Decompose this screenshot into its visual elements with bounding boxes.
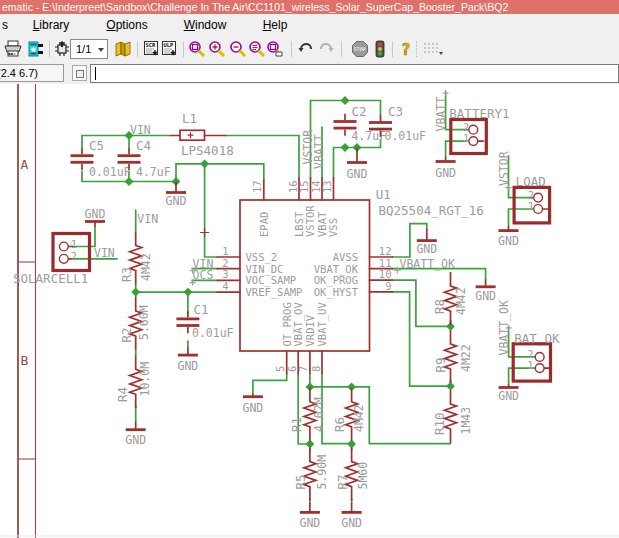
gnd-label: GND bbox=[300, 516, 321, 530]
junction-dot[interactable] bbox=[341, 96, 350, 105]
resistor-R1[interactable]: R14.02M bbox=[289, 388, 326, 441]
pin-number: 10 bbox=[379, 268, 392, 280]
grid-icon[interactable] bbox=[422, 40, 444, 58]
connector-pin[interactable] bbox=[535, 353, 544, 362]
junction-dot[interactable] bbox=[131, 288, 140, 297]
command-input[interactable] bbox=[90, 64, 619, 83]
pin-number: 1 bbox=[528, 200, 534, 212]
menu-item-help[interactable]: Help bbox=[255, 14, 295, 36]
coordinate-value: (2.4 6.7) bbox=[0, 67, 38, 79]
gnd-symbol[interactable]: GND bbox=[416, 229, 437, 256]
open-board-icon[interactable] bbox=[53, 40, 71, 58]
gnd-label: GND bbox=[435, 166, 456, 180]
zoom-redraw-icon[interactable] bbox=[248, 40, 266, 58]
toolbar-separator bbox=[392, 41, 393, 57]
zoom-fit-icon[interactable] bbox=[188, 40, 206, 58]
undo-icon[interactable] bbox=[297, 40, 315, 58]
gnd-symbol[interactable]: GND bbox=[475, 279, 496, 302]
ic-U1[interactable]: 1VSS_22VIN_DC3VOC_SAMP4VREF_SAMP12AVSS11… bbox=[222, 180, 484, 372]
capacitor-C1[interactable]: C10.01uF bbox=[176, 302, 233, 340]
gnd-symbol[interactable]: GND bbox=[166, 182, 187, 209]
resistor-R2[interactable]: R25.60M bbox=[119, 297, 152, 350]
gnd-symbol[interactable]: GND bbox=[178, 348, 199, 374]
schematic-canvas[interactable]: ABC50.01uFC44.7uFC24.7uFC30.01uFC10.01uF… bbox=[0, 84, 619, 538]
toolbar-separator bbox=[49, 41, 50, 57]
gnd-symbol[interactable]: GND bbox=[347, 148, 368, 181]
capacitor-C5[interactable]: C50.01uF bbox=[71, 138, 131, 179]
svg-text:ULP: ULP bbox=[164, 42, 175, 48]
part-value: 4M42 bbox=[352, 404, 366, 432]
pin-number: 9 bbox=[385, 280, 391, 292]
gnd-symbol[interactable]: GND bbox=[125, 422, 146, 448]
stop-icon[interactable]: STOP bbox=[351, 40, 369, 58]
part-value: 4.02M bbox=[312, 397, 326, 432]
gnd-symbol[interactable]: GND bbox=[243, 394, 264, 415]
resistor-R5[interactable]: R55.90M bbox=[293, 448, 329, 501]
gnd-symbol[interactable]: GND bbox=[435, 157, 456, 180]
zoom-in-icon[interactable] bbox=[208, 40, 226, 58]
connector-pin[interactable] bbox=[535, 364, 544, 373]
connector-pin[interactable] bbox=[469, 125, 478, 134]
window-titlebar[interactable]: ematic - E:\Inderpreet\Sandbox\Challenge… bbox=[0, 0, 619, 14]
gnd-label: GND bbox=[498, 234, 519, 248]
zoom-select-icon[interactable] bbox=[266, 40, 284, 58]
resistor-R6[interactable]: R64M42 bbox=[332, 388, 367, 441]
junction-dot[interactable] bbox=[341, 143, 350, 152]
erc-icon[interactable] bbox=[371, 40, 389, 58]
connector-pin[interactable] bbox=[59, 242, 68, 251]
sheet-selector[interactable]: 1/1 bbox=[70, 39, 108, 59]
net-wire[interactable] bbox=[226, 136, 300, 179]
net-wire[interactable] bbox=[205, 164, 218, 257]
part-value: 5M60 bbox=[356, 462, 370, 490]
net-wire[interactable] bbox=[253, 374, 287, 394]
print-icon[interactable] bbox=[4, 40, 22, 58]
gnd-symbol[interactable]: GND bbox=[498, 226, 519, 248]
connector-pin[interactable] bbox=[469, 137, 478, 146]
junction-dot[interactable] bbox=[446, 382, 455, 391]
resistor-R8[interactable]: R84M42 bbox=[432, 272, 468, 325]
schematic-drawing[interactable]: ABC50.01uFC44.7uFC24.7uFC30.01uFC10.01uF… bbox=[0, 84, 619, 538]
junction-dot[interactable] bbox=[184, 288, 193, 297]
use-library-icon[interactable] bbox=[114, 40, 132, 58]
net-label: VBATT_OK bbox=[400, 257, 455, 271]
connector-pin[interactable] bbox=[534, 193, 543, 202]
dropdown-arrow-icon bbox=[98, 48, 104, 52]
menu-item-options[interactable]: Options bbox=[97, 14, 157, 36]
frame-row-letter: B bbox=[21, 353, 29, 368]
redo-icon[interactable] bbox=[317, 40, 335, 58]
part-value: 4M22 bbox=[459, 344, 473, 372]
help-icon[interactable]: ? bbox=[397, 40, 415, 58]
resistor-R10[interactable]: R101M43 bbox=[432, 390, 473, 443]
resistor-R7[interactable]: R75M60 bbox=[335, 448, 370, 501]
run-script-icon[interactable]: SCR bbox=[143, 40, 161, 58]
cam-processor-icon[interactable] bbox=[27, 40, 45, 58]
svg-text:SCR: SCR bbox=[146, 42, 157, 48]
gnd-symbol[interactable]: GND bbox=[300, 503, 321, 530]
part-name: C1 bbox=[194, 302, 209, 317]
net-wire[interactable] bbox=[176, 164, 264, 182]
window-title: ematic - E:\Inderpreet\Sandbox\Challenge… bbox=[2, 1, 508, 13]
menu-item-window[interactable]: Window bbox=[177, 14, 233, 36]
mark-button[interactable] bbox=[72, 65, 87, 81]
gnd-symbol[interactable]: GND bbox=[85, 207, 106, 228]
menu-item-library[interactable]: Library bbox=[22, 14, 80, 36]
inductor-L1[interactable]: L1LPS4018 bbox=[180, 111, 234, 159]
resistor-R9[interactable]: R94M22 bbox=[433, 330, 473, 383]
menu-item-s[interactable]: s bbox=[0, 14, 10, 36]
polarity-plus bbox=[188, 132, 194, 138]
connector-SOLARCELL1[interactable]: 12SOLARCELL1 bbox=[13, 234, 90, 287]
net-label: VBATT bbox=[434, 97, 448, 132]
run-ulp-icon[interactable]: ULP bbox=[161, 40, 179, 58]
connector-pin[interactable] bbox=[534, 205, 543, 214]
pin-name: AVSS bbox=[333, 251, 358, 263]
connector-pin[interactable] bbox=[59, 254, 68, 263]
net-wire[interactable] bbox=[310, 387, 451, 444]
resistor-R4[interactable]: R410.0M bbox=[115, 355, 152, 408]
gnd-symbol[interactable]: GND bbox=[498, 385, 519, 403]
junction-dot[interactable] bbox=[347, 440, 356, 449]
junction-dot[interactable] bbox=[306, 440, 315, 449]
gnd-symbol[interactable]: GND bbox=[341, 503, 362, 530]
resistor-R3[interactable]: R34M42 bbox=[119, 232, 153, 285]
zoom-out-icon[interactable] bbox=[229, 40, 247, 58]
junction-dot[interactable] bbox=[200, 159, 209, 168]
